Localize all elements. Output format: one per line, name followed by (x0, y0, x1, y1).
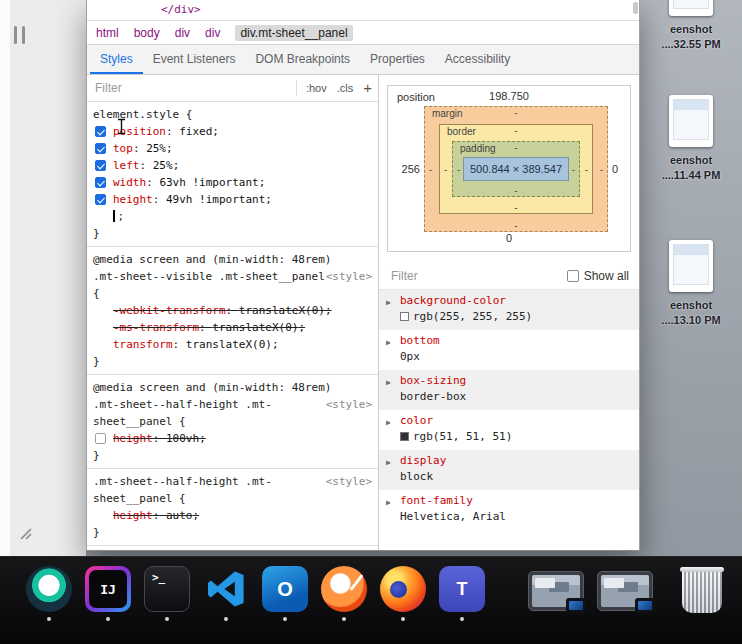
scrollbar-thumb[interactable] (633, 2, 638, 14)
computed-property-name[interactable]: background-color (400, 294, 631, 307)
computed-property-row[interactable]: box-sizing border-box (379, 370, 639, 410)
rule-selector[interactable]: .mt-sheet--visible .mt-sheet__panel { (93, 268, 326, 302)
position-right-value[interactable]: 0 (608, 163, 622, 175)
css-declaration[interactable]: top25% (93, 140, 372, 157)
box-model-dash[interactable]: - (514, 185, 517, 196)
new-property-editor[interactable]: ; (93, 208, 372, 225)
rule-selector[interactable]: .mt-sheet--half-height .mt-sheet__panel … (93, 473, 326, 507)
disclosure-triangle-icon[interactable] (386, 335, 391, 348)
disclosure-triangle-icon[interactable] (386, 295, 391, 308)
disclosure-triangle-icon[interactable] (386, 375, 391, 388)
box-model-dash[interactable]: - (514, 142, 517, 153)
css-declaration[interactable]: -webkit-transformtranslateX(0) (93, 302, 372, 319)
css-property-value[interactable]: translateX(0) (212, 321, 305, 334)
css-property-value[interactable]: 25% (153, 159, 180, 172)
computed-property-row[interactable]: bottom 0px (379, 330, 639, 370)
declaration-checkbox[interactable] (95, 126, 106, 137)
styles-filter-input[interactable] (93, 80, 296, 96)
toggle-element-class-button[interactable]: .cls (337, 82, 354, 94)
dock-item-teams[interactable]: T (439, 566, 485, 621)
desktop-file[interactable]: eenshot....13.10 PM (640, 240, 742, 328)
css-property-value[interactable]: translateX(0) (186, 338, 279, 351)
tab-event-listeners[interactable]: Event Listeners (143, 45, 246, 74)
box-model-dash[interactable]: - (429, 164, 432, 175)
dock-item-minimized-window-2[interactable] (597, 566, 653, 611)
box-model-dash[interactable]: - (444, 164, 447, 175)
desktop-file[interactable]: eenshot....32.55 PM (640, 0, 742, 52)
css-declaration[interactable]: height49vh !important (93, 191, 372, 208)
css-declaration[interactable]: -ms-transformtranslateX(0) (93, 319, 372, 336)
disclosure-triangle-icon[interactable] (386, 495, 391, 508)
css-declaration[interactable]: positionfixed (93, 123, 372, 140)
desktop-file[interactable]: eenshot....11.44 PM (640, 95, 742, 183)
css-property-name[interactable]: top (113, 142, 146, 155)
box-model-dash[interactable]: - (600, 164, 603, 175)
new-style-rule-button[interactable]: + (363, 79, 372, 96)
toggle-pseudo-state-button[interactable]: :hov (306, 82, 327, 94)
margin-box[interactable]: margin - - - - border - - - - (424, 106, 608, 232)
css-property-value[interactable]: 63vh !important (159, 176, 265, 189)
declaration-checkbox[interactable] (95, 194, 106, 205)
computed-property-row[interactable]: display block (379, 450, 639, 490)
disclosure-triangle-icon[interactable] (386, 415, 391, 428)
css-property-value[interactable]: fixed (179, 125, 219, 138)
css-property-name[interactable]: height (113, 193, 166, 206)
tab-styles[interactable]: Styles (90, 45, 143, 74)
declaration-checkbox[interactable] (95, 143, 106, 154)
dock-item-trash[interactable] (682, 566, 722, 613)
css-property-name[interactable]: transform (113, 338, 186, 351)
tab-properties[interactable]: Properties (360, 45, 435, 74)
tab-accessibility[interactable]: Accessibility (435, 45, 520, 74)
css-property-value[interactable]: 49vh !important (166, 193, 272, 206)
css-property-name[interactable]: left (113, 159, 153, 172)
computed-property-name[interactable]: bottom (400, 334, 631, 347)
breadcrumb-item-body[interactable]: body (134, 26, 160, 40)
css-declaration[interactable]: heightauto (93, 507, 372, 524)
dom-tree-line[interactable]: </div> (161, 3, 201, 16)
declaration-checkbox[interactable] (95, 433, 106, 444)
box-model-dash[interactable]: - (585, 164, 588, 175)
style-origin-link[interactable]: <style> (326, 396, 372, 413)
disclosure-triangle-icon[interactable] (386, 455, 391, 468)
css-property-value[interactable]: 100vh (166, 432, 206, 445)
css-declaration[interactable]: left25% (93, 157, 372, 174)
declaration-checkbox[interactable] (95, 160, 106, 171)
dock-item-terminal[interactable]: >_ (144, 566, 190, 621)
css-property-value[interactable]: 25% (146, 142, 173, 155)
position-bottom-value[interactable]: 0 (506, 232, 512, 244)
padding-box[interactable]: padding - - - - 500.844 × 389.547 (452, 141, 580, 197)
breadcrumb-item-selected[interactable]: div.mt-sheet__panel (235, 25, 352, 41)
border-box[interactable]: border - - - - padding - - - (439, 124, 593, 214)
show-all-toggle[interactable]: Show all (567, 269, 629, 283)
css-declaration[interactable]: width63vh !important (93, 174, 372, 191)
computed-property-row[interactable]: background-color rgb(255, 255, 255) (379, 290, 639, 330)
computed-property-name[interactable]: color (400, 414, 631, 427)
computed-property-name[interactable]: font-family (400, 494, 631, 507)
css-property-name[interactable]: height (113, 432, 166, 445)
tab-dom-breakpoints[interactable]: DOM Breakpoints (245, 45, 360, 74)
css-property-name[interactable]: -webkit-transform (113, 304, 239, 317)
dock-item-pen-app[interactable] (321, 566, 367, 621)
rule-selector[interactable]: .mt-sheet--half-height .mt-sheet__panel … (93, 396, 326, 430)
css-property-name[interactable]: -ms-transform (113, 321, 212, 334)
media-query[interactable]: @media screen and (min-width: 48rem) (93, 251, 372, 268)
css-property-value[interactable]: translateX(0) (239, 304, 332, 317)
rule-selector[interactable]: element.style { (93, 106, 372, 123)
show-all-checkbox[interactable] (567, 270, 579, 282)
computed-property-row[interactable]: font-family Helvetica, Arial (379, 490, 639, 530)
css-declaration[interactable]: height100vh (93, 430, 372, 447)
dock-item-intellij[interactable]: IJ (85, 566, 131, 621)
box-model-dash[interactable]: - (514, 202, 517, 213)
computed-filter-input[interactable] (389, 268, 561, 284)
computed-property-name[interactable]: display (400, 454, 631, 467)
media-query[interactable]: @media screen and (min-width: 48rem) (93, 379, 372, 396)
declaration-checkbox[interactable] (95, 177, 106, 188)
content-box[interactable]: 500.844 × 389.547 (463, 157, 569, 181)
resize-handle-icon[interactable] (18, 526, 34, 542)
dock-item-webex[interactable] (26, 566, 72, 621)
box-model-dash[interactable]: - (457, 164, 460, 175)
css-property-name[interactable]: width (113, 176, 159, 189)
box-model-dash[interactable]: - (514, 107, 517, 118)
css-property-value[interactable]: auto (166, 509, 199, 522)
dock-item-minimized-window-1[interactable] (528, 566, 584, 611)
